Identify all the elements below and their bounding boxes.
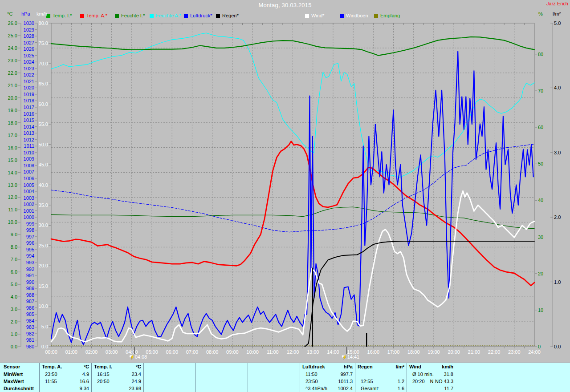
legend-label: Feuchte I.* — [121, 13, 145, 18]
svg-text:30: 30 — [538, 234, 543, 240]
svg-text:25.0: 25.0 — [8, 33, 17, 38]
svg-text:996: 996 — [26, 240, 34, 246]
axis-unit-header: % — [538, 11, 543, 16]
stats-section-unit: °C — [84, 363, 89, 371]
stats-cell-time — [250, 371, 253, 378]
svg-text:75.0: 75.0 — [39, 40, 48, 46]
legend-color-swatch — [374, 14, 378, 18]
series-regen-line — [305, 241, 534, 347]
svg-text:01:00: 01:00 — [65, 349, 77, 355]
svg-text:2.0: 2.0 — [11, 319, 17, 324]
stats-cell-value: 1011.3 — [338, 378, 353, 385]
svg-text:1030: 1030 — [24, 20, 34, 26]
svg-text:13.0: 13.0 — [8, 182, 17, 188]
svg-text:11.0: 11.0 — [8, 207, 17, 212]
legend-color-swatch — [184, 14, 188, 18]
svg-text:19:00: 19:00 — [428, 349, 440, 355]
svg-text:1021: 1021 — [24, 79, 34, 84]
svg-text:0: 0 — [538, 344, 541, 349]
legend-item-luftdruck: Luftdruck* — [184, 13, 212, 18]
legend-color-swatch — [340, 14, 344, 18]
stats-section-tempi: Temp. I.°C16:1523.420:5024.923.98 — [91, 363, 143, 392]
svg-text:15.0: 15.0 — [39, 283, 48, 289]
svg-text:5.0: 5.0 — [554, 20, 561, 26]
legend-label: Empfang — [380, 13, 400, 18]
svg-text:1015: 1015 — [24, 117, 34, 123]
svg-text:1003: 1003 — [24, 195, 34, 201]
stats-cell-time: Gesamt: — [358, 385, 379, 392]
stats-cell-time: 20:20 — [409, 378, 425, 385]
stats-cell-value: 31.8 — [444, 371, 453, 378]
svg-text:00:00: 00:00 — [45, 349, 57, 355]
svg-text:0.0: 0.0 — [554, 344, 561, 349]
series-feuchte-a--line — [51, 33, 534, 178]
stats-cell-value: 1.6 — [398, 385, 404, 392]
svg-text:21:00: 21:00 — [468, 349, 480, 355]
stats-section-unit: l/m² — [395, 363, 404, 371]
svg-text:991: 991 — [26, 273, 34, 278]
svg-text:8.0: 8.0 — [11, 244, 17, 250]
svg-text:9.0: 9.0 — [11, 232, 17, 237]
axis-unit-header: hPa — [21, 11, 30, 16]
legend-item-feuchtea: Feuchte A.* — [150, 13, 181, 18]
stats-cell-time — [42, 385, 45, 392]
svg-text:14.0: 14.0 — [8, 170, 17, 175]
svg-text:20.0: 20.0 — [39, 263, 48, 268]
stats-section-title: Luftdruck — [302, 363, 325, 371]
stats-cell-time: 11:50 — [302, 371, 318, 378]
svg-text:984: 984 — [26, 318, 34, 323]
svg-text:80.0: 80.0 — [39, 20, 48, 26]
svg-text:03:00: 03:00 — [106, 349, 118, 355]
stats-cell-time — [198, 378, 201, 385]
svg-text:14:00: 14:00 — [327, 349, 339, 355]
svg-text:982: 982 — [26, 331, 34, 336]
axis-rain: 0.01.02.03.04.05.0 — [550, 20, 561, 349]
stats-cell-value: 997.7 — [340, 371, 353, 378]
stats-cell-time — [198, 371, 201, 378]
svg-text:65.0: 65.0 — [39, 81, 48, 86]
axis-temp: 0.01.02.03.04.05.06.07.08.09.010.011.012… — [8, 20, 21, 349]
axis-unit-header: °C — [7, 11, 12, 16]
stats-section-empty — [248, 363, 300, 392]
stats-cell-time: 11:55 — [42, 378, 57, 385]
svg-text:15.0: 15.0 — [8, 158, 17, 163]
svg-text:1023: 1023 — [24, 66, 34, 71]
svg-text:6.0: 6.0 — [11, 269, 17, 275]
stats-cell-value: 11.7 — [444, 385, 453, 392]
storm-cloud-icon — [342, 355, 346, 360]
svg-text:998: 998 — [26, 227, 34, 233]
svg-text:50: 50 — [538, 161, 543, 166]
stats-section-unit: °C — [136, 363, 141, 371]
svg-text:1019: 1019 — [24, 92, 34, 97]
svg-text:1017: 1017 — [24, 105, 34, 110]
axis-unit-header: km/h — [37, 11, 47, 16]
axis-hpa: 9809819829839849859869879889899909919929… — [24, 20, 37, 349]
stats-table: SensorMinWertMaxWertDurchschnittTemp. A.… — [0, 363, 570, 392]
svg-text:986: 986 — [26, 305, 34, 311]
svg-text:20:00: 20:00 — [448, 349, 460, 355]
stats-cell-time: 16:15 — [94, 371, 110, 378]
legend-item-tempa: Temp. A.* — [80, 13, 107, 18]
stats-cell-time — [458, 378, 461, 385]
svg-text:30.0: 30.0 — [39, 222, 48, 228]
stats-section-title: Wind — [409, 363, 421, 371]
svg-text:988: 988 — [26, 292, 34, 298]
svg-text:1024: 1024 — [24, 59, 34, 65]
svg-text:19.0: 19.0 — [8, 108, 17, 113]
svg-text:10.0: 10.0 — [39, 303, 48, 309]
stats-cell-time — [458, 385, 461, 392]
stats-cell-value: 1002.4 — [338, 385, 353, 392]
stats-row-label: MaxWert — [0, 378, 39, 385]
svg-text:0.0: 0.0 — [11, 344, 17, 349]
stats-cell-time: 23:50 — [42, 371, 57, 378]
svg-text:1012: 1012 — [24, 137, 34, 142]
svg-text:3.0: 3.0 — [11, 307, 17, 312]
stats-cell-time: Ø 10 min. — [409, 371, 434, 378]
svg-text:26.0: 26.0 — [8, 20, 17, 26]
stats-cell-time — [146, 385, 149, 392]
svg-text:995: 995 — [26, 247, 34, 252]
svg-text:02:00: 02:00 — [86, 349, 98, 355]
stats-section-empty — [195, 363, 248, 392]
svg-text:11:00: 11:00 — [267, 349, 279, 355]
legend-label: Temp. I.* — [53, 13, 72, 18]
